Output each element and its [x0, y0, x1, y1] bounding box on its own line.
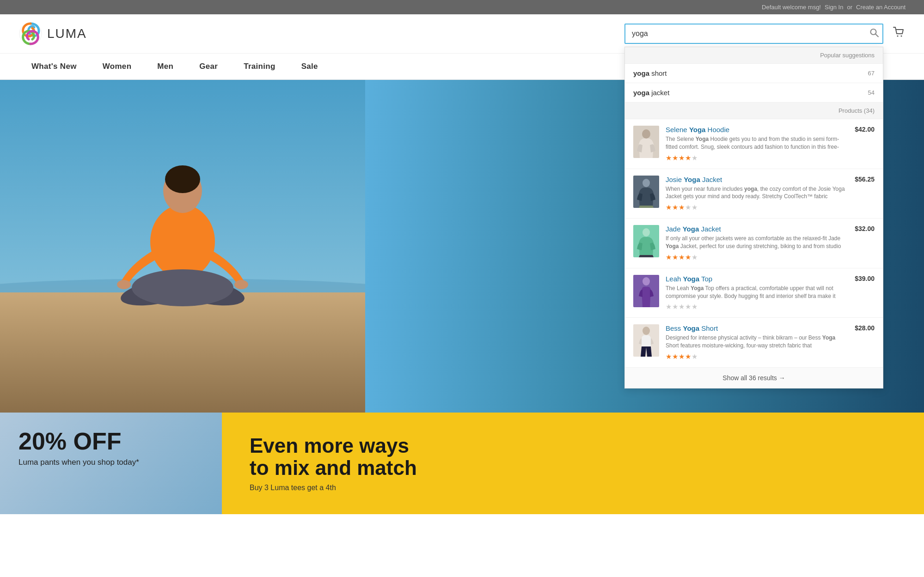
hero-image — [0, 80, 365, 413]
search-button[interactable] — [869, 28, 879, 40]
star-1-2: ★ — [672, 154, 678, 162]
product-price-4: $39.00 — [855, 275, 875, 282]
suggestion-text-2: yoga jacket — [633, 89, 669, 97]
or-text: or — [847, 4, 852, 11]
header: LUMA Popular suggestions yoga short 67 — [0, 14, 924, 54]
pname-highlight-2: Yoga — [684, 176, 700, 183]
product-price-5: $28.00 — [855, 324, 875, 332]
mix-sub: Buy 3 Luma tees get a 4th — [250, 484, 896, 492]
star-1-4: ★ — [685, 154, 691, 162]
suggestion-text-1: yoga short — [633, 69, 667, 77]
nav-sale[interactable]: Sale — [288, 54, 331, 79]
star-1-5: ★ — [691, 154, 698, 162]
pname-pre-5: Bess — [666, 324, 683, 332]
star-5-5: ★ — [691, 352, 698, 361]
nav-training[interactable]: Training — [231, 54, 288, 79]
product-row-2[interactable]: Josie Yoga Jacket When your near future … — [625, 169, 883, 219]
show-all-results[interactable]: Show all 36 results → — [625, 368, 883, 388]
suggestion-row[interactable]: yoga short 67 — [625, 64, 883, 83]
search-wrapper: Popular suggestions yoga short 67 yoga j… — [624, 24, 883, 44]
svg-point-5 — [643, 228, 650, 237]
stars-1: ★ ★ ★ ★ ★ — [666, 154, 848, 162]
product-right-2: $56.25 — [855, 176, 875, 203]
star-1-3: ★ — [679, 154, 685, 162]
star-2-1: ★ — [666, 203, 672, 212]
product-name-2: Josie Yoga Jacket — [666, 176, 848, 183]
welcome-message: Default welcome msg! — [762, 4, 821, 11]
product-desc-3: If only all your other jackets were as c… — [666, 235, 848, 250]
pname-pre-4: Leah — [666, 275, 683, 283]
star-3-5: ★ — [691, 253, 698, 261]
products-section-header: Products (34) — [625, 103, 883, 119]
product-price-2: $56.25 — [855, 176, 875, 183]
product-info-3: Jade Yoga Jacket If only all your other … — [666, 225, 848, 261]
product-name-5: Bess Yoga Short — [666, 324, 848, 332]
discount-subtext: Luma pants when you shop today* — [18, 458, 203, 467]
product-price-1: $42.00 — [855, 126, 875, 133]
product-info-1: Selene Yoga Hoodie The Selene Yoga Hoodi… — [666, 126, 848, 162]
product-right-5: $28.00 — [855, 324, 875, 352]
product-price-3: $32.00 — [855, 225, 875, 232]
star-4-1: ★ — [666, 303, 672, 311]
product-desc-1: The Selene Yoga Hoodie gets you to and f… — [666, 135, 848, 151]
banner-mix: Even more waysto mix and match Buy 3 Lum… — [222, 413, 924, 514]
suggestion-suffix-2: jacket — [649, 89, 669, 97]
product-desc-2: When your near future includes yoga, the… — [666, 185, 848, 201]
star-2-3: ★ — [679, 203, 685, 212]
nav-men[interactable]: Men — [144, 54, 186, 79]
product-row-1[interactable]: Selene Yoga Hoodie The Selene Yoga Hoodi… — [625, 119, 883, 169]
star-2-4: ★ — [685, 203, 691, 212]
star-4-3: ★ — [679, 303, 685, 311]
stars-5: ★ ★ ★ ★ ★ — [666, 352, 848, 361]
product-row-3[interactable]: Jade Yoga Jacket If only all your other … — [625, 219, 883, 268]
svg-point-18 — [132, 269, 233, 306]
pname-pre-3: Jade — [666, 225, 683, 233]
product-row-5[interactable]: Bess Yoga Short Designed for intense phy… — [625, 318, 883, 368]
pname-post-5: Short — [699, 324, 718, 332]
pname-post-3: Jacket — [699, 225, 721, 233]
nav-gear[interactable]: Gear — [186, 54, 231, 79]
product-name-1: Selene Yoga Hoodie — [666, 126, 848, 134]
pname-pre-2: Josie — [666, 176, 684, 183]
nav-whats-new[interactable]: What's New — [18, 54, 90, 79]
svg-point-3 — [642, 129, 650, 139]
product-thumb-4 — [633, 275, 659, 307]
bottom-banners: 20% OFF Luma pants when you shop today* … — [0, 413, 924, 514]
star-2-5: ★ — [691, 203, 698, 212]
product-thumb-2 — [633, 176, 659, 208]
product-row-4[interactable]: Leah Yoga Top The Leah Yoga Top offers a… — [625, 268, 883, 318]
pname-post-2: Jacket — [700, 176, 722, 183]
product-name-3: Jade Yoga Jacket — [666, 225, 848, 233]
search-dropdown: Popular suggestions yoga short 67 yoga j… — [624, 47, 883, 389]
search-input[interactable] — [624, 24, 883, 44]
svg-line-2 — [875, 34, 878, 37]
svg-point-6 — [643, 277, 650, 285]
logo-text: LUMA — [47, 26, 87, 41]
star-1-1: ★ — [666, 154, 672, 162]
sign-in-link[interactable]: Sign In — [825, 4, 843, 11]
product-info-4: Leah Yoga Top The Leah Yoga Top offers a… — [666, 275, 848, 311]
svg-point-19 — [117, 280, 131, 289]
product-thumb-5 — [633, 324, 659, 357]
discount-amount: 20% OFF — [18, 429, 203, 453]
star-5-1: ★ — [666, 352, 672, 361]
star-3-2: ★ — [672, 253, 678, 261]
pname-highlight-3: Yoga — [683, 225, 699, 233]
pname-highlight-4: Yoga — [683, 275, 700, 283]
star-4-4: ★ — [685, 303, 691, 311]
stars-2: ★ ★ ★ ★ ★ — [666, 203, 848, 212]
svg-point-7 — [643, 327, 650, 335]
product-info-2: Josie Yoga Jacket When your near future … — [666, 176, 848, 212]
cart-button[interactable] — [893, 26, 906, 42]
product-right-3: $32.00 — [855, 225, 875, 253]
banner-discount: 20% OFF Luma pants when you shop today* — [0, 413, 222, 514]
pname-pre-1: Selene — [666, 126, 689, 134]
create-account-link[interactable]: Create an Account — [856, 4, 906, 11]
product-info-5: Bess Yoga Short Designed for intense phy… — [666, 324, 848, 361]
header-search-area: Popular suggestions yoga short 67 yoga j… — [624, 24, 906, 44]
star-2-2: ★ — [672, 203, 678, 212]
product-name-4: Leah Yoga Top — [666, 275, 848, 283]
product-desc-5: Designed for intense physical activity –… — [666, 334, 848, 350]
suggestion-row-2[interactable]: yoga jacket 54 — [625, 83, 883, 103]
nav-women[interactable]: Women — [90, 54, 145, 79]
